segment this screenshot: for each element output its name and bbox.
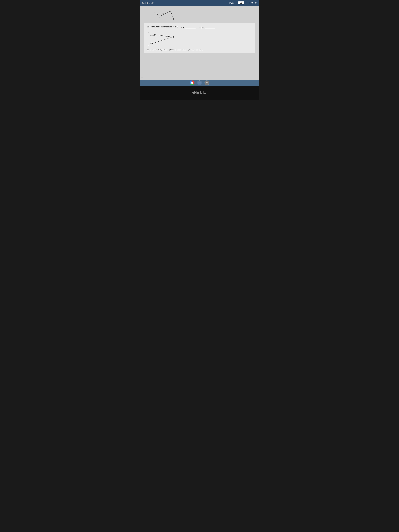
bottom-partial-text: 13. As shown in the figure below, △ABC i…: [147, 49, 252, 51]
prev-page-button[interactable]: ‹: [235, 1, 237, 4]
point-q-label: Q: [173, 36, 174, 38]
files-svg: [198, 82, 201, 84]
page-label: Page: [229, 2, 234, 4]
refresh-button[interactable]: ↻: [255, 1, 257, 4]
angle-q-label: (4x+5)°: [165, 35, 170, 37]
dell-logo: DDELLELL: [192, 90, 207, 95]
files-icon[interactable]: [197, 81, 202, 85]
settings-svg: [206, 82, 208, 84]
answer-fields: x = ∠Q =: [181, 25, 252, 28]
angle-55-label: 55°: [162, 13, 165, 14]
answer-q-label: ∠Q =: [199, 26, 203, 28]
svg-line-0: [160, 11, 171, 16]
problem-12-section: 12. Find x and the measure of ∠Q. P Q: [144, 23, 255, 53]
g-label: G: [172, 18, 174, 20]
dell-area: DDELLELL: [140, 86, 259, 100]
top-figure-svg: H G 55° 11°: [152, 8, 181, 22]
svg-line-1: [155, 13, 160, 16]
problem-text: 12. Find x and the measure of ∠Q.: [147, 25, 178, 28]
point-r-label: R: [148, 44, 149, 46]
problem-content-left: 12. Find x and the measure of ∠Q. P Q: [147, 25, 178, 47]
filename-label: 5.pdf (1.22 MB): [142, 2, 228, 4]
page-number-input[interactable]: [238, 1, 244, 4]
point-p-label: P: [148, 32, 149, 34]
angle-11-label: 11°: [170, 13, 173, 14]
top-figure: H G 55° 11°: [152, 8, 255, 22]
triangle-figure: P Q R (15x−4)° (4x+5)° 65°: [147, 30, 176, 47]
taskbar: [140, 80, 259, 86]
settings-icon[interactable]: [204, 81, 209, 85]
status-label: us: [141, 77, 143, 79]
title-bar: 5.pdf (1.22 MB) Page ‹ › of 78 ↻: [140, 0, 259, 6]
laptop-screen: 5.pdf (1.22 MB) Page ‹ › of 78 ↻ H G 5: [140, 0, 259, 86]
angle-r-label: 65°: [150, 42, 153, 44]
answer-q-field: ∠Q =: [199, 26, 215, 28]
svg-rect-4: [198, 82, 201, 84]
svg-line-2: [171, 11, 173, 18]
answer-x-label: x =: [181, 26, 184, 28]
triangle-svg: P Q R (15x−4)° (4x+5)° 65°: [147, 30, 176, 47]
next-page-button[interactable]: ›: [245, 1, 247, 4]
h-label: H: [158, 16, 160, 18]
answer-x-field: x =: [181, 26, 196, 28]
page-of-label: of 78: [249, 2, 253, 4]
pdf-content: H G 55° 11° 12. Find x and the measure o…: [140, 6, 259, 80]
page-navigation: Page ‹ › of 78 ↻: [229, 1, 257, 4]
angle-p-label: (15x−4)°: [150, 35, 156, 36]
answer-q-line: [205, 26, 215, 28]
chrome-icon[interactable]: [190, 81, 195, 85]
answer-x-line: [185, 26, 196, 28]
